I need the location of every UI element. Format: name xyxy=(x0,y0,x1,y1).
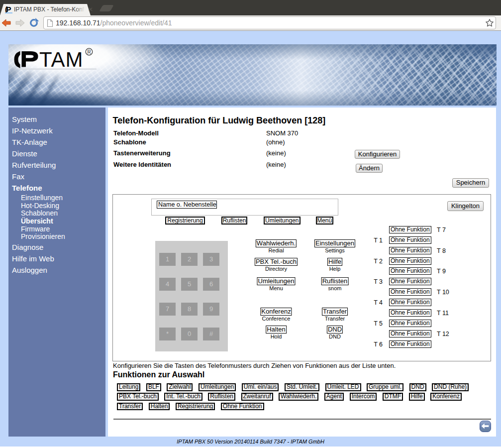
svg-text:TAM: TAM xyxy=(39,48,84,71)
svg-text:R: R xyxy=(87,49,91,55)
